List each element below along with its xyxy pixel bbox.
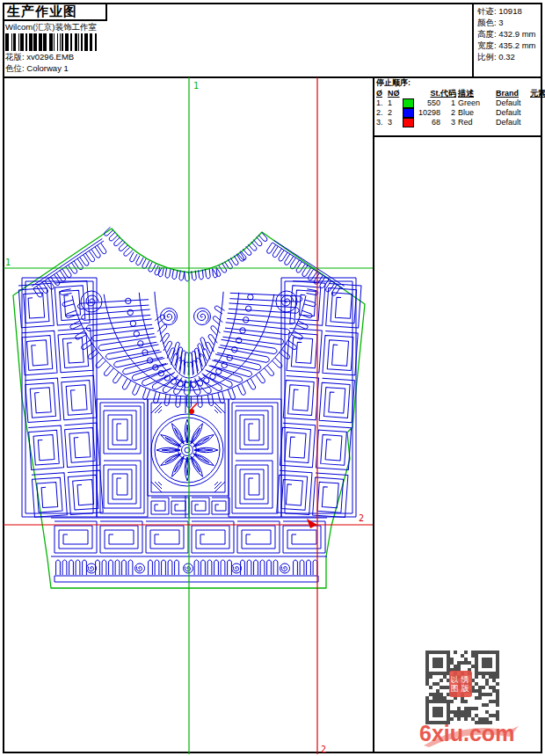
info-width: 宽度: 435.2 mm — [477, 40, 536, 51]
color-swatch-red — [403, 118, 414, 127]
studio-name: Wilcom(汇京)装饰工作室 — [5, 22, 97, 33]
stop-sequence-title: 停止顺序: — [376, 78, 542, 88]
colorway-value: Colorway 1 — [26, 63, 69, 73]
info-colors: 颜色: 3 — [477, 17, 536, 28]
design-canvas: 1122 — [4, 77, 373, 754]
color-swatch-green — [403, 98, 414, 108]
flower-medallion — [148, 396, 229, 518]
info-scale: 比例: 0.32 — [477, 51, 536, 62]
info-stitches: 针迹: 10918 — [477, 5, 536, 17]
col-element: 元素 — [527, 89, 542, 98]
design-divider — [373, 78, 374, 753]
pattern-row: 花版: xv0296.EMB — [5, 52, 74, 63]
info-height: 高度: 432.9 mm — [477, 28, 536, 40]
svg-text:1: 1 — [5, 258, 11, 267]
svg-text:2: 2 — [321, 745, 326, 754]
colorway-label: 色位: — [5, 63, 25, 73]
svg-text:1: 1 — [193, 81, 199, 91]
colorway-row: 色位: Colorway 1 — [5, 63, 69, 75]
svg-text:2: 2 — [359, 513, 364, 523]
col-description: 描述 — [455, 89, 486, 98]
infobox-border — [472, 3, 474, 76]
table-bottom-border — [374, 135, 542, 137]
col-stitches: St. — [418, 89, 440, 98]
design-info-box: 针迹: 10918 颜色: 3 高度: 432.9 mm 宽度: 435.2 m… — [477, 5, 536, 62]
site-logo: 6xiu.com — [419, 721, 514, 746]
page-title: 生产作业图 — [7, 4, 77, 20]
col-needle: NØ — [388, 89, 403, 98]
color-swatch-blue — [403, 108, 414, 118]
guide-lines: 1122 — [4, 77, 373, 754]
stop-sequence-header: Ø NØ St. 代码 描述 Brand 元素 — [376, 89, 542, 98]
stop-sequence-table: 停止顺序: Ø NØ St. 代码 描述 Brand 元素 1.1 550 1 … — [376, 78, 542, 127]
barcode — [5, 33, 104, 51]
production-worksheet: 生产作业图 Wilcom(汇京)装饰工作室 花版: xv0296.EMB 色位:… — [0, 0, 545, 756]
stop-row-2: 2.2 10298 2 Blue Default — [376, 108, 542, 118]
col-code: 代码 — [440, 89, 455, 98]
pattern-value: xv0296.EMB — [26, 52, 74, 62]
col-brand: Brand — [486, 89, 527, 98]
shoulder-bands — [32, 227, 344, 297]
watermark-seal: 以绣 图版 — [449, 671, 472, 697]
stop-row-1: 1.1 550 1 Green Default — [376, 98, 542, 108]
pattern-label: 花版: — [5, 52, 25, 62]
col-hash: Ø — [376, 89, 388, 98]
stop-row-3: 3.3 68 3 Red Default — [376, 118, 542, 127]
